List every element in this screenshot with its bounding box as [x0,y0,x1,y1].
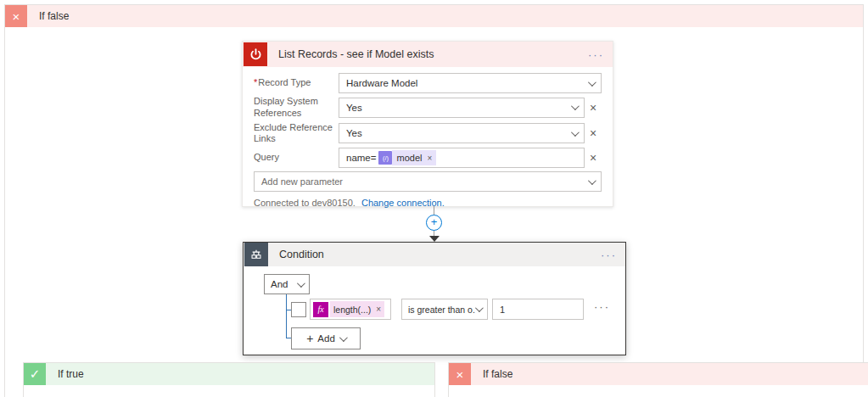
model-token-chip[interactable]: model × [392,150,436,165]
branch-title: If true [58,368,84,380]
check-icon: ✓ [30,366,41,382]
branch-title: If false [483,368,512,380]
token-label: model [396,153,422,163]
join-operator-value: And [271,279,297,289]
if-true-branch-header[interactable]: ✓ If true [24,363,434,385]
rhs-value: 1 [500,305,505,315]
list-records-card-header[interactable]: List Records - see if Model exists ··· [243,42,613,67]
card-menu-button[interactable]: ··· [580,48,613,61]
chevron-down-icon [571,102,580,110]
operator-value: is greater than o... [408,305,475,315]
x-icon: × [13,9,20,24]
condition-rhs-input[interactable]: 1 [492,299,584,320]
field-label: Query [254,152,339,164]
expression-fx-icon: fx [313,302,328,317]
query-input[interactable]: name= (/) model × [339,148,585,168]
exclude-reference-links-value: Yes [346,128,571,138]
card-menu-button[interactable]: ··· [592,249,625,261]
remove-field-button[interactable]: × [585,148,602,168]
chevron-down-icon [339,333,348,342]
card-title: Condition [279,249,592,260]
add-new-parameter-select[interactable]: Add new parameter [254,171,602,192]
insert-step-button[interactable]: + [426,215,442,231]
condition-row-menu-button[interactable]: ··· [594,300,610,313]
display-system-references-select[interactable]: Yes [339,98,585,118]
query-text: name= [346,153,376,163]
branch-false-icon: × [449,363,471,385]
list-records-card: List Records - see if Model exists ··· *… [242,41,613,207]
plus-icon: + [306,332,313,345]
field-label: *Record Type [254,77,339,89]
add-button-label: Add [317,333,334,344]
field-row-query: Query name= (/) model × × [254,148,602,168]
field-row-record-type: *Record Type Hardware Model [254,73,602,93]
servicenow-power-icon [244,42,267,66]
chevron-down-icon [297,279,305,288]
if-false-branch: × If false [448,362,868,397]
condition-row-checkbox[interactable] [291,302,306,317]
connection-row: Connected to dev80150. Change connection… [254,198,602,208]
display-system-references-value: Yes [346,103,571,113]
chevron-down-icon [571,128,580,137]
chevron-down-icon [588,176,596,185]
record-type-select[interactable]: Hardware Model [339,73,602,93]
chevron-down-icon [475,304,484,312]
flow-designer-canvas: × If false List Records - see if Model e… [0,0,868,397]
add-new-parameter-label: Add new parameter [261,176,588,187]
if-false-branch-header[interactable]: × If false [449,363,868,385]
condition-card: Condition ··· And fx length(...) × is gr… [243,242,626,355]
if-false-scope-header[interactable]: × If false [5,5,863,27]
chevron-down-icon [588,78,596,87]
dynamic-content-icon: (/) [378,151,392,165]
connection-status-text: Connected to dev80150. [254,198,356,208]
card-title: List Records - see if Model exists [278,48,580,60]
required-asterisk: * [254,77,257,87]
condition-operator-select[interactable]: is greater than o... [401,299,488,320]
remove-field-button[interactable]: × [585,123,602,143]
remove-field-button[interactable]: × [585,98,602,118]
if-true-branch: ✓ If true [23,362,435,397]
branch-false-icon: × [5,5,27,27]
expression-label: length(...) [333,305,371,315]
condition-lhs-input[interactable]: fx length(...) × [310,299,391,320]
field-label: Exclude Reference Links [254,122,339,146]
field-label: Display System References [254,96,339,120]
change-connection-link[interactable]: Change connection. [361,198,445,208]
remove-token-icon[interactable]: × [427,154,432,163]
join-operator-select[interactable]: And [264,274,310,294]
condition-card-header[interactable]: Condition ··· [244,243,625,266]
exclude-reference-links-select[interactable]: Yes [339,123,585,143]
branch-true-icon: ✓ [24,363,46,385]
condition-control-icon [244,243,268,266]
x-icon: × [456,367,464,382]
scope-title: If false [39,10,69,22]
connector-arrow-icon [429,236,440,242]
condition-tree-line [286,294,287,338]
expression-chip[interactable]: length(...) × [330,301,384,317]
field-row-display-system-references: Display System References Yes × [254,96,602,120]
add-condition-button[interactable]: + Add [291,327,361,349]
remove-expression-icon[interactable]: × [376,305,381,314]
list-records-card-body: *Record Type Hardware Model Display Syst… [243,67,613,208]
field-row-exclude-reference-links: Exclude Reference Links Yes × [254,122,602,146]
record-type-value: Hardware Model [346,78,588,88]
condition-card-body: And fx length(...) × is greater than o..… [244,266,625,355]
